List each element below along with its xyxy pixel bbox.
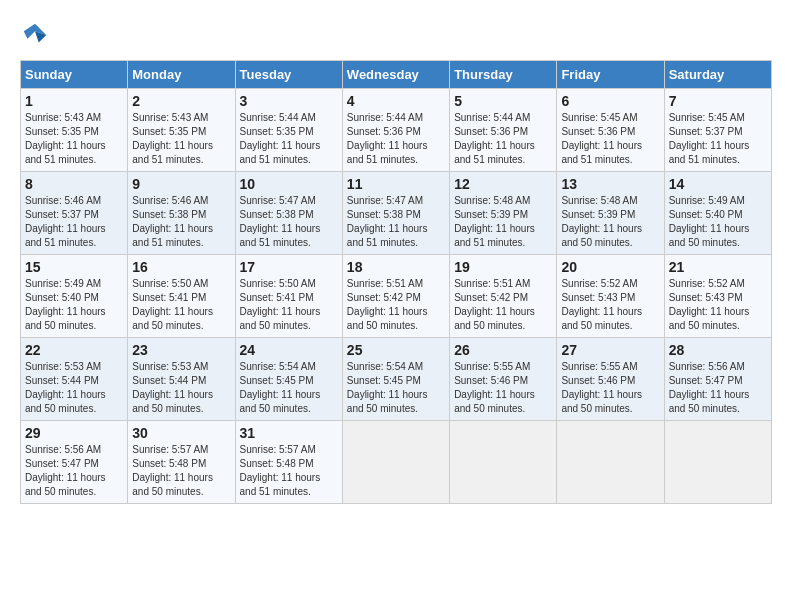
day-number: 17 bbox=[240, 259, 338, 275]
day-info: Sunrise: 5:45 AM Sunset: 5:37 PM Dayligh… bbox=[669, 111, 767, 167]
day-number: 2 bbox=[132, 93, 230, 109]
day-cell: 17Sunrise: 5:50 AM Sunset: 5:41 PM Dayli… bbox=[235, 255, 342, 338]
day-info: Sunrise: 5:44 AM Sunset: 5:36 PM Dayligh… bbox=[347, 111, 445, 167]
day-cell: 4Sunrise: 5:44 AM Sunset: 5:36 PM Daylig… bbox=[342, 89, 449, 172]
day-header-saturday: Saturday bbox=[664, 61, 771, 89]
day-cell: 10Sunrise: 5:47 AM Sunset: 5:38 PM Dayli… bbox=[235, 172, 342, 255]
day-header-friday: Friday bbox=[557, 61, 664, 89]
day-info: Sunrise: 5:47 AM Sunset: 5:38 PM Dayligh… bbox=[347, 194, 445, 250]
day-number: 26 bbox=[454, 342, 552, 358]
day-number: 31 bbox=[240, 425, 338, 441]
day-number: 23 bbox=[132, 342, 230, 358]
day-number: 21 bbox=[669, 259, 767, 275]
week-row-5: 29Sunrise: 5:56 AM Sunset: 5:47 PM Dayli… bbox=[21, 421, 772, 504]
day-info: Sunrise: 5:54 AM Sunset: 5:45 PM Dayligh… bbox=[347, 360, 445, 416]
day-info: Sunrise: 5:54 AM Sunset: 5:45 PM Dayligh… bbox=[240, 360, 338, 416]
day-info: Sunrise: 5:43 AM Sunset: 5:35 PM Dayligh… bbox=[132, 111, 230, 167]
day-cell: 16Sunrise: 5:50 AM Sunset: 5:41 PM Dayli… bbox=[128, 255, 235, 338]
day-info: Sunrise: 5:48 AM Sunset: 5:39 PM Dayligh… bbox=[561, 194, 659, 250]
day-cell: 3Sunrise: 5:44 AM Sunset: 5:35 PM Daylig… bbox=[235, 89, 342, 172]
page-header bbox=[20, 20, 772, 50]
day-cell: 9Sunrise: 5:46 AM Sunset: 5:38 PM Daylig… bbox=[128, 172, 235, 255]
day-cell: 13Sunrise: 5:48 AM Sunset: 5:39 PM Dayli… bbox=[557, 172, 664, 255]
day-number: 11 bbox=[347, 176, 445, 192]
day-cell: 31Sunrise: 5:57 AM Sunset: 5:48 PM Dayli… bbox=[235, 421, 342, 504]
day-info: Sunrise: 5:47 AM Sunset: 5:38 PM Dayligh… bbox=[240, 194, 338, 250]
day-header-thursday: Thursday bbox=[450, 61, 557, 89]
day-cell: 21Sunrise: 5:52 AM Sunset: 5:43 PM Dayli… bbox=[664, 255, 771, 338]
day-info: Sunrise: 5:53 AM Sunset: 5:44 PM Dayligh… bbox=[25, 360, 123, 416]
day-info: Sunrise: 5:46 AM Sunset: 5:37 PM Dayligh… bbox=[25, 194, 123, 250]
day-header-tuesday: Tuesday bbox=[235, 61, 342, 89]
day-cell: 23Sunrise: 5:53 AM Sunset: 5:44 PM Dayli… bbox=[128, 338, 235, 421]
day-cell: 20Sunrise: 5:52 AM Sunset: 5:43 PM Dayli… bbox=[557, 255, 664, 338]
day-info: Sunrise: 5:57 AM Sunset: 5:48 PM Dayligh… bbox=[240, 443, 338, 499]
calendar-header-row: SundayMondayTuesdayWednesdayThursdayFrid… bbox=[21, 61, 772, 89]
day-number: 15 bbox=[25, 259, 123, 275]
day-number: 16 bbox=[132, 259, 230, 275]
calendar-table: SundayMondayTuesdayWednesdayThursdayFrid… bbox=[20, 60, 772, 504]
day-info: Sunrise: 5:46 AM Sunset: 5:38 PM Dayligh… bbox=[132, 194, 230, 250]
week-row-1: 1Sunrise: 5:43 AM Sunset: 5:35 PM Daylig… bbox=[21, 89, 772, 172]
logo bbox=[20, 20, 54, 50]
day-number: 4 bbox=[347, 93, 445, 109]
day-info: Sunrise: 5:49 AM Sunset: 5:40 PM Dayligh… bbox=[25, 277, 123, 333]
day-cell: 30Sunrise: 5:57 AM Sunset: 5:48 PM Dayli… bbox=[128, 421, 235, 504]
day-number: 6 bbox=[561, 93, 659, 109]
day-number: 22 bbox=[25, 342, 123, 358]
week-row-3: 15Sunrise: 5:49 AM Sunset: 5:40 PM Dayli… bbox=[21, 255, 772, 338]
day-number: 12 bbox=[454, 176, 552, 192]
day-cell: 25Sunrise: 5:54 AM Sunset: 5:45 PM Dayli… bbox=[342, 338, 449, 421]
day-info: Sunrise: 5:51 AM Sunset: 5:42 PM Dayligh… bbox=[347, 277, 445, 333]
day-cell: 18Sunrise: 5:51 AM Sunset: 5:42 PM Dayli… bbox=[342, 255, 449, 338]
day-number: 30 bbox=[132, 425, 230, 441]
day-cell: 19Sunrise: 5:51 AM Sunset: 5:42 PM Dayli… bbox=[450, 255, 557, 338]
day-cell: 6Sunrise: 5:45 AM Sunset: 5:36 PM Daylig… bbox=[557, 89, 664, 172]
day-info: Sunrise: 5:55 AM Sunset: 5:46 PM Dayligh… bbox=[561, 360, 659, 416]
day-cell: 5Sunrise: 5:44 AM Sunset: 5:36 PM Daylig… bbox=[450, 89, 557, 172]
day-number: 18 bbox=[347, 259, 445, 275]
day-number: 1 bbox=[25, 93, 123, 109]
day-number: 20 bbox=[561, 259, 659, 275]
day-cell bbox=[557, 421, 664, 504]
day-number: 19 bbox=[454, 259, 552, 275]
day-cell bbox=[342, 421, 449, 504]
day-info: Sunrise: 5:51 AM Sunset: 5:42 PM Dayligh… bbox=[454, 277, 552, 333]
day-number: 5 bbox=[454, 93, 552, 109]
day-info: Sunrise: 5:45 AM Sunset: 5:36 PM Dayligh… bbox=[561, 111, 659, 167]
day-info: Sunrise: 5:48 AM Sunset: 5:39 PM Dayligh… bbox=[454, 194, 552, 250]
day-number: 10 bbox=[240, 176, 338, 192]
logo-icon bbox=[20, 20, 50, 50]
day-info: Sunrise: 5:57 AM Sunset: 5:48 PM Dayligh… bbox=[132, 443, 230, 499]
day-info: Sunrise: 5:53 AM Sunset: 5:44 PM Dayligh… bbox=[132, 360, 230, 416]
day-cell: 29Sunrise: 5:56 AM Sunset: 5:47 PM Dayli… bbox=[21, 421, 128, 504]
week-row-2: 8Sunrise: 5:46 AM Sunset: 5:37 PM Daylig… bbox=[21, 172, 772, 255]
day-cell: 7Sunrise: 5:45 AM Sunset: 5:37 PM Daylig… bbox=[664, 89, 771, 172]
day-header-wednesday: Wednesday bbox=[342, 61, 449, 89]
day-number: 28 bbox=[669, 342, 767, 358]
day-info: Sunrise: 5:44 AM Sunset: 5:36 PM Dayligh… bbox=[454, 111, 552, 167]
day-info: Sunrise: 5:55 AM Sunset: 5:46 PM Dayligh… bbox=[454, 360, 552, 416]
day-info: Sunrise: 5:44 AM Sunset: 5:35 PM Dayligh… bbox=[240, 111, 338, 167]
day-info: Sunrise: 5:43 AM Sunset: 5:35 PM Dayligh… bbox=[25, 111, 123, 167]
day-number: 7 bbox=[669, 93, 767, 109]
day-cell: 2Sunrise: 5:43 AM Sunset: 5:35 PM Daylig… bbox=[128, 89, 235, 172]
day-cell bbox=[664, 421, 771, 504]
week-row-4: 22Sunrise: 5:53 AM Sunset: 5:44 PM Dayli… bbox=[21, 338, 772, 421]
day-cell: 26Sunrise: 5:55 AM Sunset: 5:46 PM Dayli… bbox=[450, 338, 557, 421]
day-info: Sunrise: 5:50 AM Sunset: 5:41 PM Dayligh… bbox=[132, 277, 230, 333]
day-cell: 15Sunrise: 5:49 AM Sunset: 5:40 PM Dayli… bbox=[21, 255, 128, 338]
day-cell bbox=[450, 421, 557, 504]
day-info: Sunrise: 5:52 AM Sunset: 5:43 PM Dayligh… bbox=[561, 277, 659, 333]
day-cell: 8Sunrise: 5:46 AM Sunset: 5:37 PM Daylig… bbox=[21, 172, 128, 255]
day-number: 13 bbox=[561, 176, 659, 192]
day-number: 3 bbox=[240, 93, 338, 109]
day-cell: 1Sunrise: 5:43 AM Sunset: 5:35 PM Daylig… bbox=[21, 89, 128, 172]
day-cell: 11Sunrise: 5:47 AM Sunset: 5:38 PM Dayli… bbox=[342, 172, 449, 255]
day-number: 29 bbox=[25, 425, 123, 441]
day-info: Sunrise: 5:50 AM Sunset: 5:41 PM Dayligh… bbox=[240, 277, 338, 333]
day-number: 8 bbox=[25, 176, 123, 192]
day-info: Sunrise: 5:52 AM Sunset: 5:43 PM Dayligh… bbox=[669, 277, 767, 333]
day-info: Sunrise: 5:49 AM Sunset: 5:40 PM Dayligh… bbox=[669, 194, 767, 250]
day-number: 9 bbox=[132, 176, 230, 192]
